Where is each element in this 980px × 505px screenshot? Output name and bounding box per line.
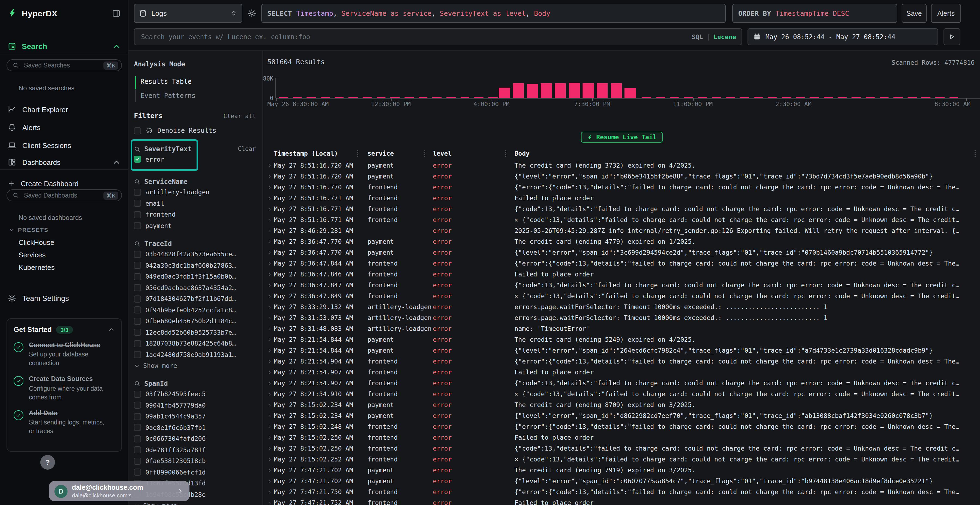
- row-expand-chevron-icon[interactable]: [267, 367, 274, 378]
- preset-item-services[interactable]: Services: [19, 251, 46, 259]
- filter-checkbox[interactable]: [134, 251, 141, 258]
- sidebar-item-chart-explorer[interactable]: Chart Explorer: [0, 101, 129, 118]
- saved-dashboards-field[interactable]: [23, 192, 100, 199]
- run-query-button[interactable]: [943, 28, 960, 45]
- user-menu-chip[interactable]: D dale@clickhouse.com dale@clickhouse.co…: [49, 481, 189, 501]
- table-row[interactable]: May 27 8:51:16.720 AMpaymenterror{"level…: [264, 171, 980, 182]
- filter-option[interactable]: 12ec8dd52b60b9525733b7e…: [134, 327, 256, 338]
- filter-checkbox[interactable]: [134, 284, 141, 291]
- filter-checkbox[interactable]: [134, 458, 141, 465]
- sidebar-item-dashboards[interactable]: Dashboards: [0, 154, 129, 170]
- filter-checkbox[interactable]: [134, 413, 141, 420]
- table-row[interactable]: May 27 8:31:53.073 AMartillery-loadgener…: [264, 312, 980, 323]
- filter-clear-button[interactable]: Clear: [238, 145, 256, 152]
- row-expand-chevron-icon[interactable]: [267, 334, 274, 345]
- filter-option[interactable]: 0c0667304fafd206: [134, 433, 256, 444]
- preset-item-clickhouse[interactable]: ClickHouse: [19, 238, 54, 246]
- row-expand-chevron-icon[interactable]: [267, 236, 274, 247]
- filter-checkbox[interactable]: [134, 306, 141, 314]
- filter-option[interactable]: 03f7b824595feec5: [134, 389, 256, 400]
- preset-item-kubernetes[interactable]: Kubernetes: [19, 264, 55, 272]
- filter-option[interactable]: 09ab1c4544c9a357: [134, 411, 256, 422]
- denoise-checkbox[interactable]: [134, 127, 141, 134]
- show-more-button[interactable]: Show more: [134, 360, 256, 371]
- row-expand-chevron-icon[interactable]: [267, 476, 274, 486]
- filter-option[interactable]: 0fae5381230518cb: [134, 456, 256, 467]
- col-timestamp[interactable]: Timestamp (Local): [274, 148, 368, 159]
- event-search-input[interactable]: SQL | Lucene: [134, 28, 742, 45]
- row-expand-chevron-icon[interactable]: [267, 497, 274, 505]
- table-row[interactable]: May 27 8:51:16.770 AMfrontenderror{"erro…: [264, 182, 980, 193]
- filter-checkbox[interactable]: [134, 351, 141, 358]
- source-settings-gear-icon[interactable]: [247, 9, 256, 18]
- row-expand-chevron-icon[interactable]: [267, 182, 274, 193]
- row-expand-chevron-icon[interactable]: [267, 345, 274, 356]
- column-resize-handle[interactable]: [505, 150, 506, 157]
- filter-option[interactable]: 0fbe680eb456750b2d1184c…: [134, 316, 256, 327]
- filter-option[interactable]: 0ff8990066efcf1d: [134, 467, 256, 478]
- table-row[interactable]: May 27 7:47:21.752 AMfrontenderrorFailed…: [264, 497, 980, 505]
- table-row[interactable]: May 27 8:36:47.846 AMfrontenderrorFailed…: [264, 269, 980, 280]
- saved-dashboards-input[interactable]: ⌘K: [6, 189, 122, 201]
- sidebar-item-alerts[interactable]: Alerts: [0, 119, 129, 135]
- row-expand-chevron-icon[interactable]: [267, 291, 274, 302]
- row-expand-chevron-icon[interactable]: [267, 323, 274, 334]
- row-expand-chevron-icon[interactable]: [267, 302, 274, 312]
- filter-checkbox[interactable]: [134, 329, 141, 336]
- row-expand-chevron-icon[interactable]: [267, 214, 274, 225]
- filter-checkbox[interactable]: [134, 435, 141, 442]
- get-started-item[interactable]: Create Data SourcesConfigure where your …: [14, 375, 115, 402]
- row-expand-chevron-icon[interactable]: [267, 280, 274, 291]
- row-expand-chevron-icon[interactable]: [267, 443, 274, 454]
- table-row[interactable]: May 27 8:21:54.907 AMfrontenderrorFailed…: [264, 367, 980, 378]
- table-row[interactable]: May 27 8:36:47.770 AMpaymenterrorThe cre…: [264, 236, 980, 247]
- table-row[interactable]: May 27 8:15:02.234 AMpaymenterrorThe cre…: [264, 399, 980, 410]
- chevron-up-icon[interactable]: [108, 326, 115, 333]
- table-row[interactable]: May 27 8:46:29.281 AMerror2025-05-26T09:…: [264, 225, 980, 236]
- sidebar-collapse-icon[interactable]: [111, 8, 121, 18]
- filter-checkbox[interactable]: [134, 189, 141, 196]
- row-expand-chevron-icon[interactable]: [267, 193, 274, 203]
- saved-searches-input[interactable]: ⌘K: [6, 59, 122, 71]
- table-row[interactable]: May 27 8:21:54.907 AMfrontenderror{"code…: [264, 378, 980, 389]
- row-expand-chevron-icon[interactable]: [267, 465, 274, 476]
- row-expand-chevron-icon[interactable]: [267, 389, 274, 399]
- table-row[interactable]: May 27 8:36:47.849 AMfrontenderror× {"co…: [264, 291, 980, 302]
- filter-checkbox[interactable]: [134, 222, 141, 229]
- create-dashboard-button[interactable]: Create Dashboard: [0, 175, 129, 192]
- filter-checkbox[interactable]: [134, 424, 141, 431]
- presets-toggle[interactable]: PRESETS: [9, 226, 48, 233]
- row-expand-chevron-icon[interactable]: [267, 378, 274, 389]
- row-expand-chevron-icon[interactable]: [267, 454, 274, 465]
- row-expand-chevron-icon[interactable]: [267, 312, 274, 323]
- column-resize-handle[interactable]: [975, 150, 976, 157]
- filter-checkbox[interactable]: [134, 469, 141, 476]
- col-service[interactable]: service: [368, 148, 433, 159]
- filter-option[interactable]: payment: [134, 220, 256, 231]
- col-level[interactable]: level: [433, 148, 514, 159]
- table-row[interactable]: May 27 7:47:21.750 AMfrontenderror{"erro…: [264, 486, 980, 497]
- filter-option[interactable]: 18287038b73e882425c64b8…: [134, 338, 256, 349]
- table-row[interactable]: May 27 8:15:02.250 AMfrontenderrorFailed…: [264, 432, 980, 443]
- row-expand-chevron-icon[interactable]: [267, 432, 274, 443]
- filter-checkbox[interactable]: [134, 391, 141, 398]
- sql-mode-toggle[interactable]: SQL: [692, 33, 703, 41]
- table-row[interactable]: May 27 8:21:54.910 AMfrontenderror× {"co…: [264, 389, 980, 399]
- filter-checkbox[interactable]: [134, 156, 141, 163]
- clear-all-button[interactable]: Clear all: [223, 113, 256, 120]
- filter-option[interactable]: email: [134, 198, 256, 209]
- row-expand-chevron-icon[interactable]: [267, 486, 274, 497]
- help-button[interactable]: ?: [40, 455, 55, 470]
- sidebar-item-team-settings[interactable]: Team Settings: [0, 290, 129, 306]
- row-expand-chevron-icon[interactable]: [267, 269, 274, 280]
- filter-option[interactable]: 1ae42480d758e9ab91193a1…: [134, 349, 256, 360]
- table-row[interactable]: May 27 8:33:29.132 AMartillery-loadgener…: [264, 302, 980, 312]
- filter-checkbox[interactable]: [134, 446, 141, 454]
- table-row[interactable]: May 27 8:51:16.771 AMfrontenderror× {"co…: [264, 214, 980, 225]
- table-row[interactable]: May 27 8:21:54.844 AMpaymenterror{"level…: [264, 345, 980, 356]
- filter-option[interactable]: artillery-loadgen: [134, 187, 256, 198]
- table-row[interactable]: May 27 8:51:16.720 AMpaymenterrorThe cre…: [264, 160, 980, 171]
- filter-checkbox[interactable]: [134, 318, 141, 325]
- table-row[interactable]: May 27 7:47:21.702 AMpaymenterror{"level…: [264, 476, 980, 486]
- filter-option[interactable]: 07d184304627bf2f11b67dd…: [134, 293, 256, 305]
